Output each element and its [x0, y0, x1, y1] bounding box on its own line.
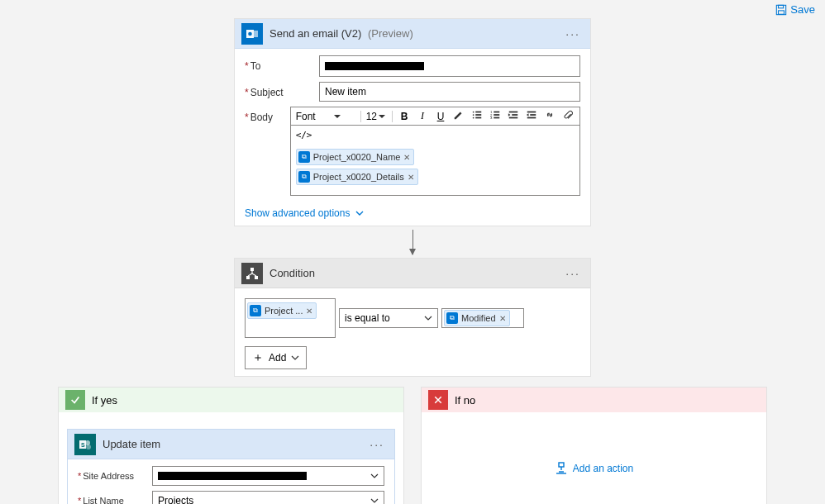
svg-rect-1	[779, 5, 784, 8]
if-yes-branch: If yes S Update item ··· *Site Address	[58, 387, 404, 504]
chevron-down-icon	[291, 354, 299, 362]
code-view-toggle[interactable]: </>	[296, 130, 312, 140]
fontsize-dropdown[interactable]: 12	[366, 111, 393, 122]
svg-rect-27	[255, 276, 258, 279]
svg-rect-12	[494, 112, 499, 113]
flow-arrow	[412, 230, 413, 254]
number-list-icon[interactable]: 123	[489, 109, 502, 123]
svg-point-29	[85, 440, 90, 445]
rte-toolbar: Font 12 B I U 123	[290, 107, 580, 125]
svg-rect-4	[254, 31, 258, 37]
condition-add-button[interactable]: ＋ Add	[245, 346, 307, 369]
bold-icon[interactable]: B	[398, 111, 411, 122]
condition-icon	[241, 263, 263, 284]
save-icon	[775, 4, 787, 16]
to-label: To	[250, 60, 261, 72]
add-action-button[interactable]: Add an action	[555, 462, 633, 475]
save-button[interactable]: Save	[775, 3, 815, 16]
sp-mini-icon: ⧉	[298, 151, 310, 163]
to-input[interactable]	[319, 55, 580, 77]
sp-mini-icon: ⧉	[298, 171, 310, 183]
svg-text:S: S	[81, 442, 85, 448]
svg-rect-9	[475, 114, 481, 116]
svg-rect-19	[512, 114, 517, 116]
chevron-down-icon	[355, 208, 365, 218]
show-advanced-options[interactable]: Show advanced options	[245, 207, 365, 219]
send-email-card: Send an email (V2) (Preview) ··· *To *Su…	[234, 18, 591, 226]
sp-mini-icon: ⧉	[446, 312, 458, 324]
list-name-label: List Name	[83, 496, 124, 504]
svg-rect-32	[559, 463, 564, 467]
indent-icon[interactable]	[525, 109, 538, 123]
condition-left-input[interactable]: ⧉ Project ... ✕	[245, 298, 336, 338]
add-action-icon	[555, 462, 568, 475]
svg-point-8	[473, 114, 474, 116]
svg-point-30	[86, 445, 91, 449]
svg-point-6	[473, 112, 474, 113]
token-project-name[interactable]: ⧉ Project_x0020_Name ✕	[296, 149, 415, 165]
svg-rect-25	[250, 268, 254, 271]
remove-token-icon[interactable]: ✕	[306, 307, 312, 316]
svg-rect-21	[527, 112, 536, 113]
chevron-down-icon	[370, 497, 379, 504]
svg-rect-26	[246, 276, 250, 279]
remove-token-icon[interactable]: ✕	[403, 153, 410, 162]
site-redacted	[158, 472, 307, 480]
update-item-card: S Update item ··· *Site Address	[67, 429, 395, 504]
italic-icon[interactable]: I	[416, 110, 429, 122]
condition-operator-dropdown[interactable]: is equal to	[339, 308, 438, 328]
svg-rect-18	[509, 112, 518, 113]
send-email-menu[interactable]: ···	[562, 27, 584, 40]
sharepoint-icon: S	[74, 434, 96, 455]
condition-title: Condition	[269, 267, 562, 279]
body-editor[interactable]: </> ⧉ Project_x0020_Name ✕ ⧉ Project_x00…	[290, 125, 580, 196]
subject-label: Subject	[250, 87, 284, 98]
condition-card: Condition ··· ⧉ Project ... ✕ is equal t…	[234, 258, 591, 377]
highlight-icon[interactable]	[452, 109, 465, 123]
condition-menu[interactable]: ···	[562, 267, 584, 280]
check-icon	[65, 390, 85, 410]
close-icon	[428, 390, 448, 410]
save-label: Save	[790, 3, 815, 16]
send-email-title: Send an email (V2) (Preview)	[269, 27, 562, 40]
update-item-menu[interactable]: ···	[366, 438, 388, 451]
bullet-list-icon[interactable]	[470, 109, 484, 123]
list-name-dropdown[interactable]: Projects	[152, 491, 384, 504]
svg-rect-7	[475, 112, 481, 113]
body-label: Body	[250, 112, 273, 123]
if-yes-header: If yes	[59, 388, 403, 412]
link-icon[interactable]	[543, 109, 556, 123]
outdent-icon[interactable]	[507, 109, 520, 123]
update-item-title: Update item	[103, 438, 366, 450]
update-item-header[interactable]: S Update item ···	[68, 430, 394, 459]
svg-rect-20	[509, 117, 518, 119]
send-email-header[interactable]: Send an email (V2) (Preview) ···	[235, 19, 590, 49]
svg-rect-11	[475, 117, 481, 119]
sp-mini-icon: ⧉	[250, 305, 261, 316]
token-project-details[interactable]: ⧉ Project_x0020_Details ✕	[296, 169, 418, 185]
font-dropdown[interactable]: Font	[296, 111, 361, 122]
svg-text:3: 3	[490, 116, 493, 120]
site-address-label: Site Address	[83, 471, 134, 481]
svg-rect-14	[494, 117, 499, 119]
outlook-icon	[241, 23, 263, 45]
chevron-down-icon	[370, 472, 379, 480]
condition-right-input[interactable]: ⧉ Modified ✕	[441, 308, 524, 328]
condition-header[interactable]: Condition ···	[235, 259, 590, 288]
if-no-header: If no	[422, 388, 766, 412]
svg-rect-2	[779, 10, 784, 13]
remove-token-icon[interactable]: ✕	[408, 173, 414, 182]
svg-point-10	[473, 117, 474, 119]
svg-point-5	[248, 31, 252, 36]
subject-input[interactable]: New item	[319, 82, 580, 102]
underline-icon[interactable]: U	[434, 111, 447, 122]
remove-token-icon[interactable]: ✕	[499, 314, 506, 323]
site-address-dropdown[interactable]	[152, 466, 384, 486]
if-no-branch: If no Add an action	[421, 387, 767, 504]
to-redacted	[325, 62, 424, 70]
svg-rect-22	[530, 114, 536, 116]
svg-rect-13	[494, 114, 499, 116]
attach-icon[interactable]	[561, 109, 575, 123]
plus-icon: ＋	[252, 350, 264, 365]
svg-rect-23	[527, 117, 536, 119]
